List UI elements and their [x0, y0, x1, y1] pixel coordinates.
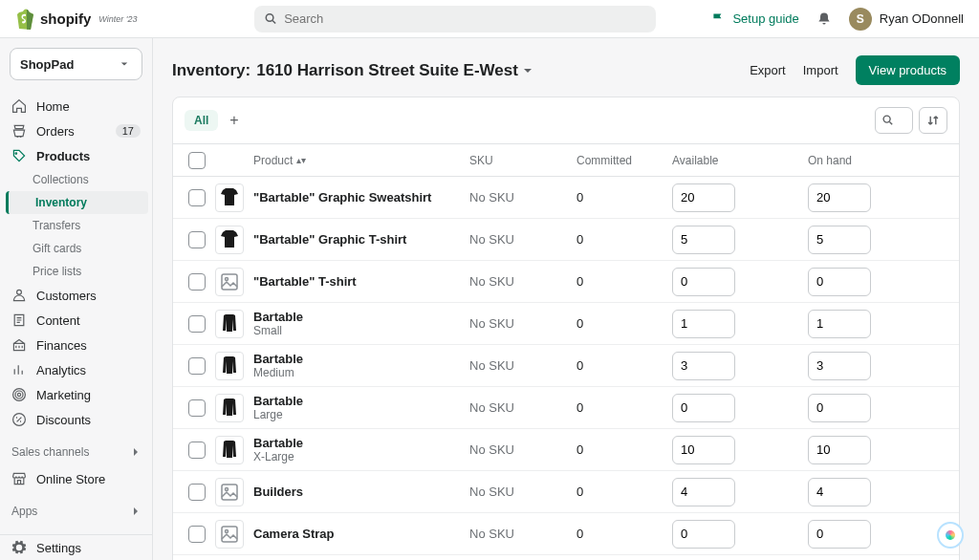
onhand-input[interactable] [808, 226, 871, 254]
chat-fab[interactable] [937, 522, 964, 549]
col-header-available[interactable]: Available [672, 154, 808, 167]
sales-channels-header[interactable]: Sales channels [0, 436, 152, 463]
select-all-checkbox[interactable] [188, 152, 206, 169]
onhand-input[interactable] [808, 352, 871, 380]
row-checkbox[interactable] [188, 357, 206, 375]
product-variant: Medium [253, 366, 303, 379]
search-bar[interactable] [254, 6, 656, 32]
product-cell[interactable]: Bartable X-Large [253, 436, 469, 463]
store-selector[interactable]: ShopPad [10, 48, 142, 80]
available-input[interactable] [672, 352, 735, 380]
col-header-committed[interactable]: Committed [577, 154, 672, 167]
product-cell[interactable]: "Bartable" Graphic Sweatshirt [253, 190, 469, 205]
location-selector[interactable]: 1610 Harrison Street Suite E-West [256, 61, 533, 80]
sort-button[interactable] [919, 107, 947, 134]
row-checkbox[interactable] [188, 399, 206, 417]
product-cell[interactable]: "Bartable" Graphic T-shirt [253, 232, 469, 247]
available-input[interactable] [672, 436, 735, 464]
available-input[interactable] [672, 520, 735, 549]
row-checkbox[interactable] [188, 273, 206, 291]
caret-down-icon [523, 66, 533, 75]
product-cell[interactable]: Camera Strap [253, 527, 469, 541]
product-name: Bartable [253, 436, 303, 450]
product-thumb[interactable] [215, 478, 244, 506]
sku-cell: No SKU [469, 400, 577, 415]
col-header-onhand[interactable]: On hand [808, 154, 944, 167]
product-variant: Small [253, 324, 303, 337]
product-thumb[interactable] [215, 520, 244, 549]
app-header: shopify Winter '23 Setup guide S Ryan OD… [0, 0, 979, 38]
sidebar-item-marketing[interactable]: Marketing [0, 382, 152, 407]
sidebar-item-content[interactable]: Content [0, 308, 152, 333]
sidebar-item-settings[interactable]: Settings [0, 535, 152, 560]
sidebar-sub-inventory[interactable]: Inventory [6, 191, 148, 214]
logo[interactable]: shopify Winter '23 [15, 9, 159, 30]
product-cell[interactable]: "Bartable" T-shirt [253, 274, 469, 289]
product-cell[interactable]: Builders [253, 485, 469, 499]
col-header-sku[interactable]: SKU [469, 154, 577, 167]
available-input[interactable] [672, 310, 735, 338]
sidebar-item-analytics[interactable]: Analytics [0, 357, 152, 382]
product-thumb[interactable] [215, 268, 244, 296]
row-checkbox[interactable] [188, 315, 206, 333]
row-checkbox[interactable] [188, 484, 206, 501]
product-name: Camera Strap [253, 527, 335, 541]
product-thumb[interactable] [215, 436, 244, 464]
export-button[interactable]: Export [750, 63, 786, 77]
sidebar-item-discounts[interactable]: Discounts [0, 407, 152, 432]
sidebar-sub-collections[interactable]: Collections [33, 168, 141, 191]
search-input[interactable] [284, 11, 646, 26]
committed-cell: 0 [577, 527, 672, 541]
product-thumb[interactable] [215, 226, 244, 254]
notifications-icon[interactable] [816, 11, 832, 27]
search-filter-button[interactable] [875, 107, 913, 134]
product-cell[interactable]: Bartable Large [253, 394, 469, 421]
product-cell[interactable]: Bartable Medium [253, 352, 469, 379]
product-thumb[interactable] [215, 394, 244, 422]
user-name: Ryan ODonnell [880, 11, 964, 26]
onhand-input[interactable] [808, 310, 871, 338]
onhand-input[interactable] [808, 520, 871, 549]
page-title: Inventory: [172, 61, 250, 80]
row-checkbox[interactable] [188, 442, 206, 459]
available-input[interactable] [672, 478, 735, 506]
onhand-input[interactable] [808, 394, 871, 422]
available-input[interactable] [672, 394, 735, 422]
product-thumb[interactable] [215, 310, 244, 338]
sidebar-item-home[interactable]: Home [0, 94, 152, 118]
add-view-button[interactable]: + [229, 112, 238, 129]
product-thumb[interactable] [215, 183, 244, 212]
setup-guide-link[interactable]: Setup guide [711, 11, 798, 27]
onhand-input[interactable] [808, 478, 871, 506]
available-input[interactable] [672, 268, 735, 296]
product-thumb[interactable] [215, 352, 244, 380]
user-menu[interactable]: S Ryan ODonnell [849, 8, 964, 31]
sidebar-item-orders[interactable]: Orders17 [0, 118, 152, 143]
row-checkbox[interactable] [188, 526, 206, 543]
sidebar-item-finances[interactable]: Finances [0, 333, 152, 357]
channel-online-store[interactable]: Online Store [0, 466, 152, 491]
tab-all[interactable]: All [185, 110, 218, 131]
avatar: S [849, 8, 872, 31]
row-checkbox[interactable] [188, 231, 206, 248]
sidebar-sub-price-lists[interactable]: Price lists [33, 260, 141, 283]
col-header-product[interactable]: Product ▴▾ [253, 154, 469, 167]
available-input[interactable] [672, 226, 735, 254]
sidebar-sub-transfers[interactable]: Transfers [33, 214, 141, 237]
import-button[interactable]: Import [803, 63, 838, 77]
view-products-button[interactable]: View products [856, 55, 960, 85]
table-row: "Bartable" T-shirt No SKU 0 [173, 261, 959, 303]
product-cell[interactable]: Bartable Small [253, 310, 469, 337]
onhand-input[interactable] [808, 436, 871, 464]
page-head: Inventory: 1610 Harrison Street Suite E-… [172, 55, 960, 85]
svg-rect-8 [222, 527, 237, 542]
sidebar-item-products[interactable]: Products [0, 143, 152, 168]
apps-header[interactable]: Apps [0, 495, 152, 522]
onhand-input[interactable] [808, 268, 871, 296]
available-input[interactable] [672, 183, 735, 212]
row-checkbox[interactable] [188, 189, 206, 206]
onhand-input[interactable] [808, 183, 871, 212]
sidebar-item-customers[interactable]: Customers [0, 283, 152, 308]
sku-cell: No SKU [469, 232, 577, 247]
sidebar-sub-gift-cards[interactable]: Gift cards [33, 237, 141, 260]
